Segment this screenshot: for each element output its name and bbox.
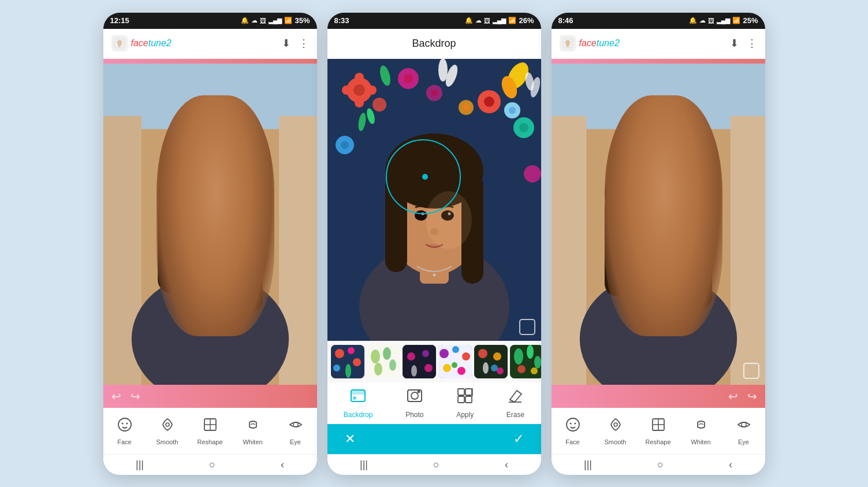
svg-point-15 xyxy=(118,418,131,431)
svg-point-76 xyxy=(383,347,391,360)
tool-face-left[interactable]: Face xyxy=(103,417,146,445)
tool-smooth-left[interactable]: Smooth xyxy=(146,417,189,445)
square-button-middle[interactable] xyxy=(519,319,535,335)
tool-whiten-left[interactable]: Whiten xyxy=(232,417,274,445)
battery-middle: 26% xyxy=(519,16,534,25)
eye-icon-right xyxy=(736,417,752,436)
backdrop-tool-backdrop-label: Backdrop xyxy=(344,411,373,419)
svg-point-69 xyxy=(335,349,344,358)
svg-point-70 xyxy=(348,347,355,354)
nav-recent-right[interactable]: ||| xyxy=(584,459,592,471)
tool-eye-right[interactable]: Eye xyxy=(722,417,765,445)
whiten-label-right: Whiten xyxy=(691,438,710,445)
svg-point-127 xyxy=(607,184,709,306)
nav-recent-middle[interactable]: ||| xyxy=(360,459,368,471)
tool-eye-left[interactable]: Eye xyxy=(274,417,317,445)
svg-point-77 xyxy=(389,359,396,371)
svg-point-134 xyxy=(664,233,683,247)
reshape-icon-right xyxy=(650,417,666,436)
svg-point-98 xyxy=(514,348,523,365)
cancel-button[interactable]: ✕ xyxy=(345,432,355,447)
smooth-label-right: Smooth xyxy=(605,438,627,445)
svg-point-139 xyxy=(658,214,698,263)
svg-point-71 xyxy=(353,358,361,366)
nav-back-left[interactable]: ‹ xyxy=(281,459,284,471)
logo-2-left: 2 xyxy=(166,38,172,48)
svg-point-81 xyxy=(422,350,429,357)
nav-home-middle[interactable]: ○ xyxy=(433,459,439,471)
tool-face-right[interactable]: Face xyxy=(552,417,594,445)
svg-point-138 xyxy=(657,306,660,310)
svg-rect-11 xyxy=(236,194,262,312)
accent-bar-left xyxy=(103,59,317,64)
thumb-2[interactable] xyxy=(367,345,400,378)
nav-home-right[interactable]: ○ xyxy=(657,459,664,471)
nav-back-right[interactable]: ‹ xyxy=(729,459,732,471)
svg-point-13 xyxy=(218,235,232,246)
thumb-4[interactable] xyxy=(438,345,472,378)
nav-back-middle[interactable]: ‹ xyxy=(505,459,508,471)
status-time-right: 8:46 xyxy=(558,16,573,25)
phone-left: 12:15 🔔 ☁ 🖼 ▂▄▆ 📶 35% facetune2 ⬇ xyxy=(103,13,317,475)
backdrop-title: Backdrop xyxy=(412,38,456,50)
nav-home-left[interactable]: ○ xyxy=(209,459,215,471)
more-icon-right[interactable]: ⋮ xyxy=(747,37,757,50)
svg-point-89 xyxy=(457,367,465,375)
tool-reshape-right[interactable]: Reshape xyxy=(637,417,680,445)
svg-point-63 xyxy=(421,212,424,215)
svg-point-131 xyxy=(636,235,650,246)
svg-point-17 xyxy=(126,422,128,424)
thumb-5[interactable] xyxy=(474,345,508,378)
signal-icon-m: ▂▄▆ xyxy=(493,17,506,24)
svg-point-147 xyxy=(742,422,746,427)
undo-icon-right[interactable]: ↩ xyxy=(728,389,738,403)
tool-smooth-right[interactable]: Smooth xyxy=(594,417,637,445)
backdrop-tool-photo[interactable]: Photo xyxy=(405,387,423,419)
nav-recent-left[interactable]: ||| xyxy=(136,459,144,471)
svg-rect-59 xyxy=(385,174,407,272)
wifi-icon-m: 📶 xyxy=(508,17,516,24)
more-icon-left[interactable]: ⋮ xyxy=(299,37,309,50)
tool-reshape-left[interactable]: Reshape xyxy=(189,417,232,445)
svg-point-133 xyxy=(634,233,653,247)
svg-point-78 xyxy=(374,363,382,376)
svg-point-142 xyxy=(574,422,576,424)
cloud-icon: ☁ xyxy=(251,17,258,24)
thumb-1[interactable] xyxy=(331,345,364,378)
image-area-middle[interactable] xyxy=(327,59,541,341)
backdrop-header: Backdrop xyxy=(327,29,541,59)
download-icon-right[interactable]: ⬇ xyxy=(730,37,739,50)
svg-point-73 xyxy=(345,364,351,378)
thumb-6[interactable] xyxy=(510,345,541,378)
svg-point-12 xyxy=(188,235,202,246)
redo-icon-right[interactable]: ↪ xyxy=(747,389,757,403)
square-button-right[interactable] xyxy=(743,363,759,379)
svg-rect-116 xyxy=(465,389,472,395)
download-icon-left[interactable]: ⬇ xyxy=(282,37,290,50)
bottom-toolbar-left: Face Smooth Reshape Whiten xyxy=(103,408,317,454)
backdrop-icon xyxy=(349,387,367,408)
backdrop-tool-erase[interactable]: Erase xyxy=(506,387,524,419)
backdrop-tool-apply[interactable]: Apply xyxy=(456,387,474,419)
nav-bar-right: ||| ○ ‹ xyxy=(552,454,765,475)
image-icon-m: 🖼 xyxy=(484,17,490,24)
app-logo-right: facetune2 xyxy=(560,35,620,51)
redo-icon-left[interactable]: ↪ xyxy=(131,389,140,403)
header-actions-left: ⬇ ⋮ xyxy=(282,37,309,50)
thumb-3[interactable] xyxy=(403,345,436,378)
logo-face-left: face xyxy=(131,38,148,48)
undo-bar-right: ↩ ↪ xyxy=(552,385,765,408)
accept-button[interactable]: ✓ xyxy=(513,432,524,447)
svg-point-82 xyxy=(424,364,433,372)
backdrop-tool-backdrop[interactable]: Backdrop xyxy=(344,387,373,419)
svg-point-135 xyxy=(640,237,646,243)
tool-whiten-right[interactable]: Whiten xyxy=(680,417,722,445)
app-header-right: facetune2 ⬇ ⋮ xyxy=(552,29,765,59)
svg-point-72 xyxy=(333,365,340,371)
logo-tune-right: tune xyxy=(597,38,614,48)
person-overlay-middle xyxy=(327,59,541,341)
face-label-right: Face xyxy=(565,438,579,445)
undo-icon-left[interactable]: ↩ xyxy=(111,389,121,403)
cloud-icon-r: ☁ xyxy=(699,17,706,24)
phone-right: 8:46 🔔 ☁ 🖼 ▂▄▆ 📶 25% facetune2 ⬇ xyxy=(552,13,765,475)
